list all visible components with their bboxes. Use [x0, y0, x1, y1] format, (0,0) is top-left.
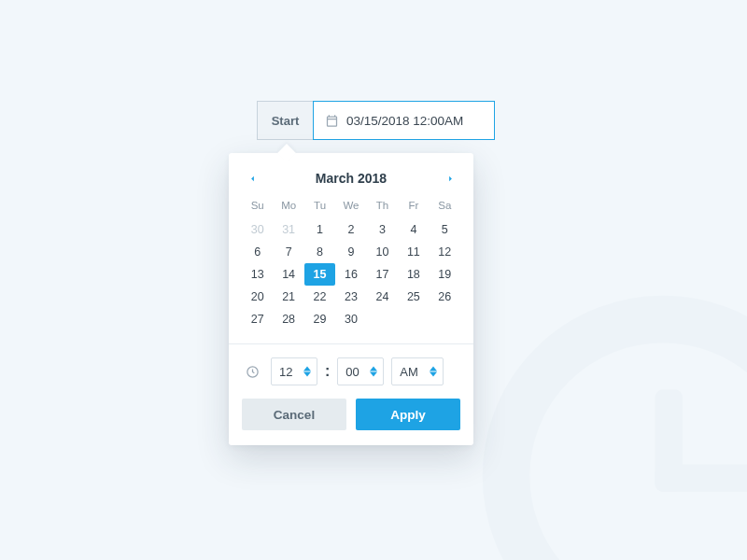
svg-rect-2 [655, 464, 747, 491]
datepicker-popover: March 2018 SuMoTuWeThFrSa 30311234567891… [229, 153, 473, 445]
day-cell[interactable]: 31 [273, 218, 303, 241]
weekday-label: Su [242, 196, 273, 218]
weekday-label: Mo [273, 196, 303, 218]
weekday-label: Sa [430, 196, 460, 218]
day-cell[interactable]: 14 [273, 263, 303, 286]
day-cell-empty [398, 308, 429, 330]
time-colon: : [325, 363, 330, 380]
month-nav: March 2018 [242, 166, 460, 196]
day-cell[interactable]: 4 [398, 218, 429, 241]
month-title: March 2018 [316, 171, 387, 186]
divider [229, 343, 473, 344]
day-cell[interactable]: 18 [398, 263, 429, 286]
cancel-button[interactable]: Cancel [242, 399, 346, 430]
week-row: 303112345 [242, 218, 460, 241]
weekday-label: We [335, 196, 366, 218]
day-cell[interactable]: 17 [367, 263, 398, 286]
day-cell[interactable]: 10 [367, 241, 398, 263]
ampm-stepper[interactable]: AM [391, 357, 444, 385]
day-cell[interactable]: 3 [367, 218, 398, 241]
day-cell[interactable]: 15 [304, 263, 335, 286]
day-cell[interactable]: 23 [335, 286, 366, 308]
start-label: Start [257, 101, 313, 140]
chevron-left-icon [247, 174, 258, 184]
clock-icon [246, 365, 260, 379]
hour-value: 12 [279, 365, 292, 379]
hour-stepper[interactable]: 12 [271, 357, 317, 385]
day-cell[interactable]: 1 [304, 218, 335, 241]
next-month-button[interactable] [442, 170, 458, 187]
prev-month-button[interactable] [244, 170, 261, 187]
day-cell-empty [367, 308, 398, 330]
day-cell[interactable]: 19 [430, 263, 460, 286]
datetime-value: 03/15/2018 12:00AM [346, 114, 463, 128]
day-cell[interactable]: 21 [273, 286, 303, 308]
day-cell[interactable]: 5 [430, 218, 460, 241]
minute-value: 00 [345, 365, 359, 379]
day-cell[interactable]: 9 [335, 241, 366, 263]
datetime-input[interactable]: 03/15/2018 12:00AM [313, 101, 495, 140]
minute-stepper[interactable]: 00 [337, 357, 384, 385]
action-row: Cancel Apply [242, 399, 460, 430]
svg-point-0 [506, 319, 747, 560]
week-row: 27282930 [242, 308, 460, 330]
calendar-icon [325, 114, 339, 128]
day-cell[interactable]: 7 [273, 241, 303, 263]
apply-button[interactable]: Apply [356, 399, 460, 430]
day-cell[interactable]: 22 [304, 286, 335, 308]
day-cell[interactable]: 13 [242, 263, 273, 286]
day-cell[interactable]: 25 [398, 286, 429, 308]
day-cell[interactable]: 11 [398, 241, 429, 263]
day-cell[interactable]: 30 [335, 308, 366, 330]
chevron-right-icon [445, 174, 456, 184]
week-row: 13141516171819 [242, 263, 460, 286]
day-cell[interactable]: 12 [430, 241, 460, 263]
day-cell[interactable]: 20 [242, 286, 273, 308]
day-cell[interactable]: 29 [304, 308, 335, 330]
day-cell[interactable]: 24 [367, 286, 398, 308]
time-picker: 12 : 00 AM [242, 357, 460, 385]
weekday-label: Th [367, 196, 398, 218]
week-row: 20212223242526 [242, 286, 460, 308]
stepper-carets-icon [303, 366, 311, 377]
day-cell[interactable]: 2 [335, 218, 366, 241]
stepper-carets-icon [370, 366, 377, 377]
weekday-header: SuMoTuWeThFrSa [242, 196, 460, 218]
day-cell[interactable]: 8 [304, 241, 335, 263]
ampm-value: AM [400, 365, 418, 379]
day-cell[interactable]: 27 [242, 308, 273, 330]
background-clock-deco [467, 280, 747, 560]
datetime-input-group: Start 03/15/2018 12:00AM [257, 101, 495, 140]
day-cell[interactable]: 30 [242, 218, 273, 241]
day-cell-empty [430, 308, 460, 330]
day-cell[interactable]: 28 [273, 308, 303, 330]
weekday-label: Tu [304, 196, 335, 218]
stepper-carets-icon [430, 366, 437, 377]
weekday-label: Fr [398, 196, 429, 218]
week-row: 6789101112 [242, 241, 460, 263]
day-cell[interactable]: 26 [430, 286, 460, 308]
day-cell[interactable]: 16 [335, 263, 366, 286]
day-cell[interactable]: 6 [242, 241, 273, 263]
